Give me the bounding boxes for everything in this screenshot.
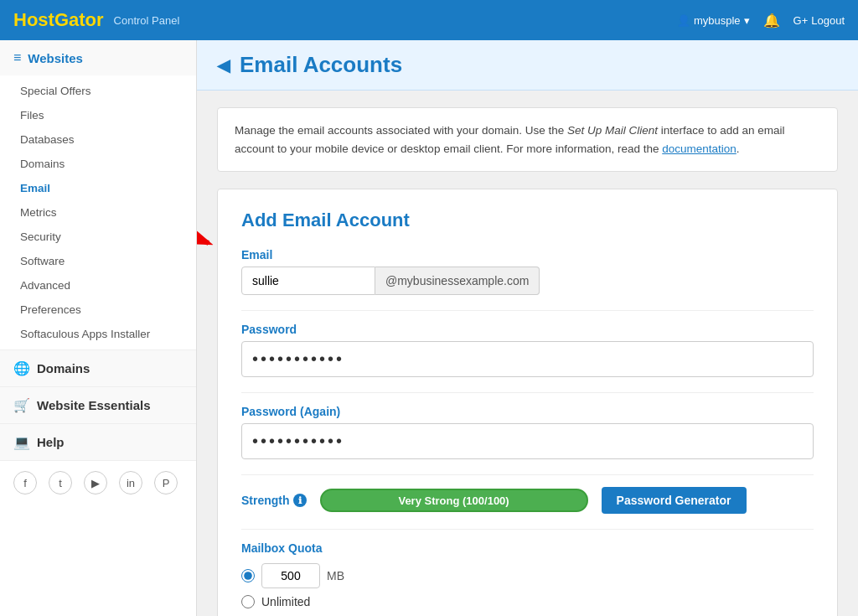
password-again-label: Password (Again) xyxy=(241,405,814,418)
user-menu[interactable]: 👤 mybusple ▾ xyxy=(677,14,750,27)
twitter-icon[interactable]: t xyxy=(49,471,72,494)
username-label: mybusple xyxy=(694,14,741,27)
linkedin-icon[interactable]: in xyxy=(119,471,142,494)
google-icon: G+ xyxy=(793,14,809,27)
sidebar-item-special-offers[interactable]: Special Offers xyxy=(0,79,196,103)
websites-items: Special Offers Files Databases Domains E… xyxy=(0,75,196,349)
password-label: Password xyxy=(241,323,814,336)
sidebar-section-header-website-essentials[interactable]: 🛒 Website Essentials xyxy=(0,387,196,423)
info-box: Manage the email accounts associated wit… xyxy=(217,107,838,172)
logout-label: Logout xyxy=(811,14,845,27)
back-button[interactable]: ◀ xyxy=(217,55,230,75)
info-text-3: . xyxy=(737,142,740,155)
youtube-icon[interactable]: ▶ xyxy=(84,471,107,494)
sidebar-item-softaculous[interactable]: Softaculous Apps Installer xyxy=(0,322,196,346)
divider-4 xyxy=(241,529,814,530)
documentation-link[interactable]: documentation xyxy=(662,142,737,155)
divider-3 xyxy=(241,474,814,475)
sidebar-section-header-help[interactable]: 💻 Help xyxy=(0,424,196,460)
sidebar-section-header-websites[interactable]: ≡ Websites xyxy=(0,40,196,75)
pinterest-icon[interactable]: P xyxy=(154,471,178,494)
domains-globe-icon: 🌐 xyxy=(13,360,30,376)
password-generator-button[interactable]: Password Generator xyxy=(602,487,747,514)
sidebar-item-preferences[interactable]: Preferences xyxy=(0,298,196,322)
quota-radio-row: MB xyxy=(241,563,814,588)
sidebar-section-help: 💻 Help xyxy=(0,424,196,461)
user-icon: 👤 xyxy=(677,14,690,27)
email-local-input[interactable] xyxy=(241,267,375,295)
sidebar-section-websites: ≡ Websites Special Offers Files Database… xyxy=(0,40,196,350)
sidebar-section-header-domains[interactable]: 🌐 Domains xyxy=(0,350,196,386)
quota-radio-mb[interactable] xyxy=(241,569,255,582)
logout-button[interactable]: G+ Logout xyxy=(793,14,845,27)
help-icon: 💻 xyxy=(13,434,30,450)
divider-1 xyxy=(241,310,814,311)
content-area: Manage the email accounts associated wit… xyxy=(197,91,858,616)
notifications-icon[interactable]: 🔔 xyxy=(763,13,780,28)
sidebar-item-security[interactable]: Security xyxy=(0,225,196,249)
sidebar-section-label-domains: Domains xyxy=(37,361,90,375)
password-again-input[interactable] xyxy=(241,423,814,459)
unlimited-radio-row: Unlimited xyxy=(241,595,814,608)
sidebar-section-domains: 🌐 Domains xyxy=(0,350,196,387)
strength-bar-text: Very Strong (100/100) xyxy=(398,494,509,507)
strength-label: Strength ℹ xyxy=(241,494,307,507)
email-local-wrapper xyxy=(241,267,375,295)
sidebar-section-website-essentials: 🛒 Website Essentials xyxy=(0,387,196,424)
password-input[interactable] xyxy=(241,341,814,377)
form-card-wrapper: Add Email Account Email @mybusinessexamp… xyxy=(217,189,838,616)
sidebar-section-label-websites: Websites xyxy=(28,51,83,65)
brand-logo: HostGator xyxy=(13,9,104,31)
top-nav-right: 👤 mybusple ▾ 🔔 G+ Logout xyxy=(677,13,845,28)
social-links: f t ▶ in P xyxy=(0,461,196,505)
sidebar-item-advanced[interactable]: Advanced xyxy=(0,273,196,298)
unlimited-label: Unlimited xyxy=(261,595,310,608)
sidebar-item-domains[interactable]: Domains xyxy=(0,152,196,176)
sidebar-item-databases[interactable]: Databases xyxy=(0,127,196,152)
page-header: ◀ Email Accounts xyxy=(197,40,858,91)
divider-2 xyxy=(241,392,814,393)
sidebar-item-software[interactable]: Software xyxy=(0,249,196,273)
sidebar-section-label-essentials: Website Essentials xyxy=(37,398,151,412)
email-row: @mybusinessexample.com xyxy=(241,267,814,295)
sidebar-item-email[interactable]: Email xyxy=(0,176,196,200)
dropdown-icon: ▾ xyxy=(744,14,750,27)
quota-radio-unlimited[interactable] xyxy=(241,595,255,608)
sidebar-item-files[interactable]: Files xyxy=(0,103,196,127)
quota-value-input[interactable] xyxy=(261,563,320,588)
brand-area: HostGator Control Panel xyxy=(13,9,179,31)
password-again-group: Password (Again) xyxy=(241,405,814,459)
essentials-cart-icon: 🛒 xyxy=(13,397,30,413)
mailbox-quota-label: Mailbox Quota xyxy=(241,541,814,555)
form-title: Add Email Account xyxy=(241,210,814,231)
brand-subtitle: Control Panel xyxy=(114,14,180,27)
mailbox-quota-group: Mailbox Quota MB Unlimited xyxy=(241,541,814,608)
email-group: Email @mybusinessexample.com xyxy=(241,248,814,295)
email-label: Email xyxy=(241,248,814,261)
email-domain-display: @mybusinessexample.com xyxy=(375,267,540,295)
strength-row: Strength ℹ Very Strong (100/100) Passwor… xyxy=(241,487,814,514)
main-layout: ≡ Websites Special Offers Files Database… xyxy=(0,40,858,616)
sidebar-item-metrics[interactable]: Metrics xyxy=(0,200,196,225)
quota-unit-label: MB xyxy=(327,569,344,582)
strength-bar: Very Strong (100/100) xyxy=(320,489,588,512)
websites-icon: ≡ xyxy=(13,50,21,65)
sidebar: ≡ Websites Special Offers Files Database… xyxy=(0,40,197,616)
main-content: ◀ Email Accounts Manage the email accoun… xyxy=(197,40,858,616)
facebook-icon[interactable]: f xyxy=(13,471,37,494)
sidebar-section-label-help: Help xyxy=(37,435,65,449)
add-email-form: Add Email Account Email @mybusinessexamp… xyxy=(217,189,838,616)
info-text-1: Manage the email accounts associated wit… xyxy=(235,124,567,137)
strength-info-icon[interactable]: ℹ xyxy=(293,494,307,507)
top-navigation: HostGator Control Panel 👤 mybusple ▾ 🔔 G… xyxy=(0,0,858,40)
info-italic: Set Up Mail Client xyxy=(567,124,658,137)
strength-bar-container: Very Strong (100/100) xyxy=(320,489,588,512)
strength-text-label: Strength xyxy=(241,494,290,507)
password-group: Password xyxy=(241,323,814,377)
page-title: Email Accounts xyxy=(240,52,402,78)
